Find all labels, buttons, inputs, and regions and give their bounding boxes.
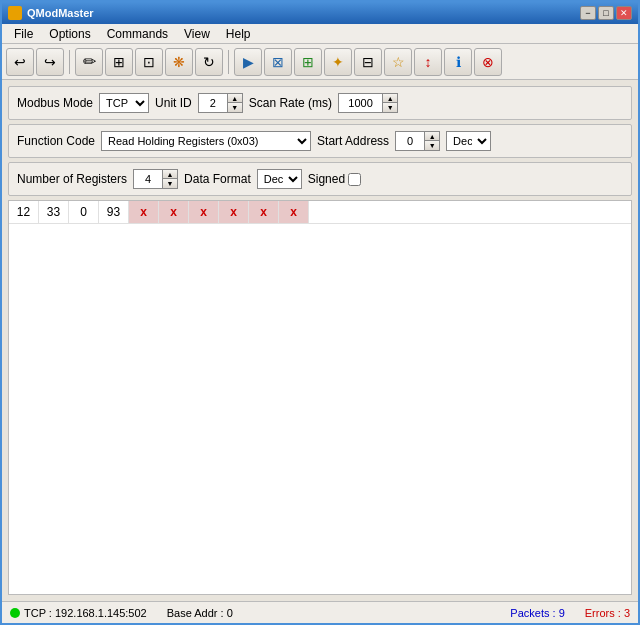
maximize-button[interactable]: □ <box>598 6 614 20</box>
unit-id-arrows: ▲ ▼ <box>228 93 243 113</box>
toolbar-back-btn[interactable]: ↩ <box>6 48 34 76</box>
base-addr-text: Base Addr : 0 <box>167 607 233 619</box>
toolbar-grid-btn[interactable]: ⊞ <box>105 48 133 76</box>
table-row: 12 33 0 93 x x x x x x <box>9 201 631 224</box>
cell-2: 0 <box>69 201 99 223</box>
scan-rate-spinner: 1000 ▲ ▼ <box>338 93 398 113</box>
signed-label: Signed <box>308 172 345 186</box>
modbus-mode-label: Modbus Mode <box>17 96 93 110</box>
cell-4: x <box>129 201 159 223</box>
scan-rate-label: Scan Rate (ms) <box>249 96 332 110</box>
toolbar-refresh-btn[interactable]: ↻ <box>195 48 223 76</box>
toolbar-forward-btn[interactable]: ↪ <box>36 48 64 76</box>
toolbar-separator-1 <box>69 50 70 74</box>
status-bar: TCP : 192.168.1.145:502 Base Addr : 0 Pa… <box>2 601 638 623</box>
unit-id-spinner: 2 ▲ ▼ <box>198 93 243 113</box>
connection-dot <box>10 608 20 618</box>
registers-panel: Number of Registers 4 ▲ ▼ Data Format De… <box>8 162 632 196</box>
scan-rate-arrows: ▲ ▼ <box>383 93 398 113</box>
start-address-spinner: 0 ▲ ▼ <box>395 131 440 151</box>
close-window-button[interactable]: ✕ <box>616 6 632 20</box>
num-registers-spinner: 4 ▲ ▼ <box>133 169 178 189</box>
data-format-label: Data Format <box>184 172 251 186</box>
start-address-up[interactable]: ▲ <box>425 132 439 141</box>
function-code-label: Function Code <box>17 134 95 148</box>
main-window: QModMaster − □ ✕ File Options Commands V… <box>0 0 640 625</box>
num-registers-label: Number of Registers <box>17 172 127 186</box>
menu-help[interactable]: Help <box>218 24 259 43</box>
address-format-select[interactable]: Dec Hex Bin <box>446 131 491 151</box>
connection-status: TCP : 192.168.1.145:502 <box>10 607 147 619</box>
toolbar-close-btn[interactable]: ⊗ <box>474 48 502 76</box>
num-registers-down[interactable]: ▼ <box>163 179 177 188</box>
num-registers-arrows: ▲ ▼ <box>163 169 178 189</box>
unit-id-label: Unit ID <box>155 96 192 110</box>
main-area: Modbus Mode TCP RTU ASCII Unit ID 2 ▲ ▼ … <box>2 80 638 601</box>
cell-6: x <box>189 201 219 223</box>
toolbar-chart-btn[interactable]: ☆ <box>384 48 412 76</box>
toolbar-edit-btn[interactable]: ✏ <box>75 48 103 76</box>
title-bar-buttons: − □ ✕ <box>580 6 632 20</box>
scan-rate-input[interactable]: 1000 <box>338 93 383 113</box>
cell-3: 93 <box>99 201 129 223</box>
errors-text: Errors : 3 <box>585 607 630 619</box>
function-code-select[interactable]: Read Holding Registers (0x03) Read Coils… <box>101 131 311 151</box>
data-table-container: 12 33 0 93 x x x x x x <box>8 200 632 595</box>
scan-rate-down[interactable]: ▼ <box>383 103 397 112</box>
function-code-panel: Function Code Read Holding Registers (0x… <box>8 124 632 158</box>
signed-container: Signed <box>308 172 361 186</box>
num-registers-input[interactable]: 4 <box>133 169 163 189</box>
modbus-mode-panel: Modbus Mode TCP RTU ASCII Unit ID 2 ▲ ▼ … <box>8 86 632 120</box>
start-address-down[interactable]: ▼ <box>425 141 439 150</box>
menu-view[interactable]: View <box>176 24 218 43</box>
cell-5: x <box>159 201 189 223</box>
start-address-label: Start Address <box>317 134 389 148</box>
toolbar-box-btn[interactable]: ⊡ <box>135 48 163 76</box>
cell-9: x <box>279 201 309 223</box>
data-format-select[interactable]: Dec Hex Bin <box>257 169 302 189</box>
unit-id-down[interactable]: ▼ <box>228 103 242 112</box>
modbus-mode-select[interactable]: TCP RTU ASCII <box>99 93 149 113</box>
menu-bar: File Options Commands View Help <box>2 24 638 44</box>
cell-0: 12 <box>9 201 39 223</box>
start-address-arrows: ▲ ▼ <box>425 131 440 151</box>
num-registers-up[interactable]: ▲ <box>163 170 177 179</box>
toolbar: ↩ ↪ ✏ ⊞ ⊡ ❋ ↻ ▶ ⊠ ⊞ ✦ ⊟ ☆ ↕ ℹ ⊗ <box>2 44 638 80</box>
menu-file[interactable]: File <box>6 24 41 43</box>
start-address-input[interactable]: 0 <box>395 131 425 151</box>
toolbar-minus-btn[interactable]: ⊟ <box>354 48 382 76</box>
signed-checkbox[interactable] <box>348 173 361 186</box>
menu-commands[interactable]: Commands <box>99 24 176 43</box>
cell-8: x <box>249 201 279 223</box>
toolbar-stop-btn[interactable]: ⊠ <box>264 48 292 76</box>
toolbar-info-btn[interactable]: ℹ <box>444 48 472 76</box>
content-wrapper: Modbus Mode TCP RTU ASCII Unit ID 2 ▲ ▼ … <box>2 80 638 623</box>
packets-text: Packets : 9 <box>510 607 564 619</box>
toolbar-play-btn[interactable]: ▶ <box>234 48 262 76</box>
toolbar-star-btn[interactable]: ✦ <box>324 48 352 76</box>
unit-id-input[interactable]: 2 <box>198 93 228 113</box>
minimize-button[interactable]: − <box>580 6 596 20</box>
menu-options[interactable]: Options <box>41 24 98 43</box>
toolbar-swap-btn[interactable]: ↕ <box>414 48 442 76</box>
connection-text: TCP : 192.168.1.145:502 <box>24 607 147 619</box>
toolbar-fish-btn[interactable]: ❋ <box>165 48 193 76</box>
scan-rate-up[interactable]: ▲ <box>383 94 397 103</box>
unit-id-up[interactable]: ▲ <box>228 94 242 103</box>
title-bar: QModMaster − □ ✕ <box>2 2 638 24</box>
window-title: QModMaster <box>27 7 94 19</box>
toolbar-separator-2 <box>228 50 229 74</box>
cell-1: 33 <box>39 201 69 223</box>
toolbar-table-btn[interactable]: ⊞ <box>294 48 322 76</box>
cell-7: x <box>219 201 249 223</box>
app-icon <box>8 6 22 20</box>
title-bar-left: QModMaster <box>8 6 94 20</box>
